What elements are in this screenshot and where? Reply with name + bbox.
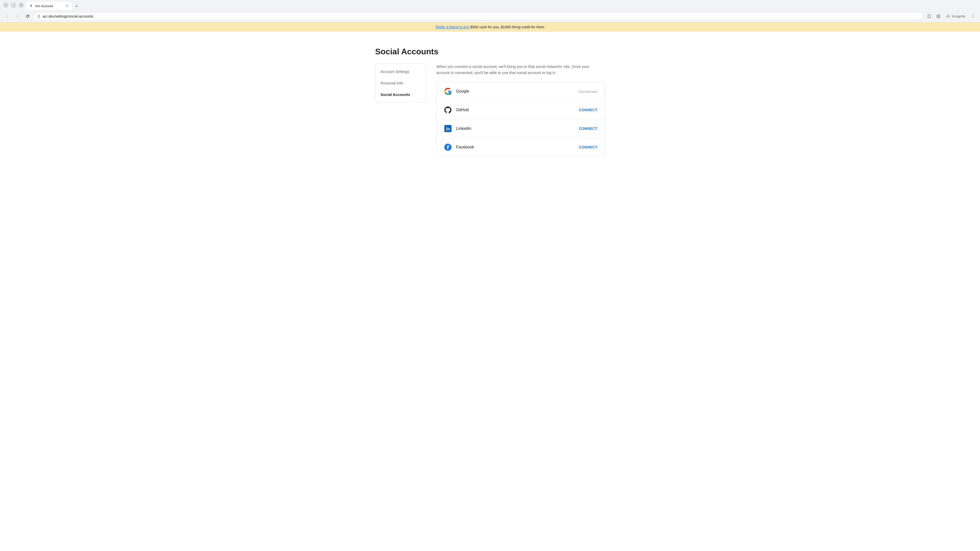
github-connect-button[interactable]: CONNECT — [579, 108, 597, 112]
svg-rect-0 — [38, 16, 40, 18]
window-close-button[interactable]: ✕ — [18, 2, 24, 8]
incognito-badge: Incognito — [943, 13, 968, 19]
banner-text: $500 cash for you, $1000 hiring credit f… — [469, 25, 544, 29]
svg-point-6 — [973, 14, 974, 15]
back-button[interactable] — [3, 12, 11, 21]
github-icon — [444, 106, 452, 114]
linkedin-icon: in — [444, 124, 452, 133]
tabs-bar: ✗ Arc Account ✕ + — [26, 0, 977, 10]
svg-point-7 — [973, 16, 974, 17]
page-content: Social Accounts Account Settings Persona… — [0, 32, 980, 547]
window-minimize-button[interactable]: — — [3, 2, 9, 8]
nav-bar: arc.dev/settings/social-accounts Incogni… — [0, 10, 980, 22]
accounts-card: Google Disconnect GitHub CONNECT — [436, 82, 605, 157]
facebook-icon — [444, 143, 452, 151]
linkedin-account-row: in Linkedin CONNECT — [437, 119, 605, 138]
browser-frame: — ⬜ ✕ ✗ Arc Account ✕ + a — [0, 0, 980, 22]
url-text: arc.dev/settings/social-accounts — [43, 14, 920, 18]
facebook-account-row: Facebook CONNECT — [437, 138, 605, 156]
reload-button[interactable] — [24, 12, 32, 21]
facebook-account-name: Facebook — [456, 145, 579, 149]
more-button[interactable] — [969, 12, 977, 21]
sidebar-item-account-settings[interactable]: Account Settings — [375, 66, 426, 77]
svg-text:in: in — [446, 126, 450, 131]
window-controls: — ⬜ ✕ — [3, 2, 24, 8]
github-account-row: GitHub CONNECT — [437, 101, 605, 119]
facebook-connect-button[interactable]: CONNECT — [579, 145, 597, 149]
google-account-name: Google — [456, 89, 579, 94]
sidebar: Account Settings Personal Info Social Ac… — [375, 64, 426, 157]
titlebar: — ⬜ ✕ ✗ Arc Account ✕ + — [0, 0, 980, 10]
sidebar-item-social-accounts[interactable]: Social Accounts — [375, 89, 426, 100]
page-inner: Social Accounts Account Settings Persona… — [375, 47, 605, 157]
active-tab[interactable]: ✗ Arc Account ✕ — [26, 2, 72, 10]
tab-close-button[interactable]: ✕ — [65, 4, 69, 8]
forward-button[interactable] — [13, 12, 21, 21]
extensions-button[interactable] — [934, 12, 942, 21]
google-account-row: Google Disconnect — [437, 82, 605, 101]
address-bar[interactable]: arc.dev/settings/social-accounts — [34, 12, 923, 21]
linkedin-connect-button[interactable]: CONNECT — [579, 127, 597, 130]
svg-rect-1 — [937, 15, 938, 16]
linkedin-account-name: Linkedin — [456, 126, 579, 131]
page-description: When you connect a social account, we'll… — [436, 64, 597, 76]
referral-link[interactable]: [Refer a friend to Arc] — [436, 25, 469, 29]
main-content: When you connect a social account, we'll… — [436, 64, 605, 157]
new-tab-button[interactable]: + — [73, 3, 80, 10]
svg-point-9 — [449, 92, 452, 95]
tab-title: Arc Account — [35, 4, 53, 8]
incognito-icon — [946, 14, 950, 18]
google-icon — [444, 87, 452, 95]
referral-banner: [Refer a friend to Arc] $500 cash for yo… — [0, 22, 980, 32]
svg-rect-3 — [937, 17, 938, 18]
svg-rect-2 — [939, 15, 940, 16]
page-layout: Account Settings Personal Info Social Ac… — [375, 64, 605, 157]
google-disconnect-button[interactable]: Disconnect — [579, 89, 597, 94]
window-maximize-button[interactable]: ⬜ — [11, 2, 16, 8]
sidebar-card: Account Settings Personal Info Social Ac… — [375, 64, 426, 103]
tab-favicon-icon: ✗ — [29, 4, 33, 8]
lock-icon — [37, 14, 41, 18]
bookmark-button[interactable] — [925, 12, 933, 21]
svg-point-8 — [973, 17, 974, 18]
nav-right: Incognito — [925, 12, 977, 21]
page-title: Social Accounts — [375, 47, 605, 56]
incognito-label: Incognito — [952, 14, 965, 18]
github-account-name: GitHub — [456, 108, 579, 112]
svg-rect-4 — [939, 17, 940, 18]
sidebar-item-personal-info[interactable]: Personal Info — [375, 77, 426, 89]
